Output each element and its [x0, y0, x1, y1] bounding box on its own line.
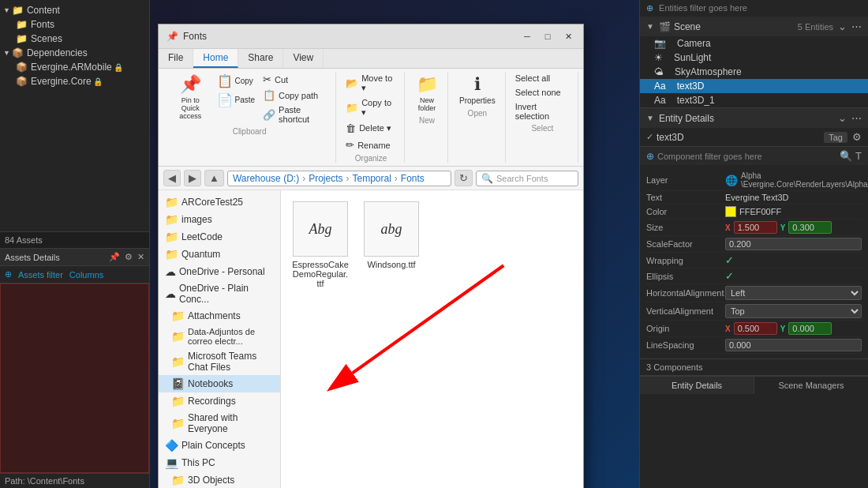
file-windsong[interactable]: abg Windsong.ttf	[360, 198, 423, 291]
paste-shortcut-button[interactable]: 🔗 Paste shortcut	[260, 103, 331, 126]
nav-onedrive-plain[interactable]: ☁ OneDrive - Plain Conc...	[159, 280, 280, 307]
scene-header[interactable]: ▼ 🎬 Scene 5 Entities ⌄ ⋯	[640, 17, 868, 36]
nav-plain-concepts[interactable]: 🔷 Plain Concepts	[159, 437, 280, 454]
breadcrumb-fonts[interactable]: Fonts	[401, 173, 425, 184]
size-x-input[interactable]	[734, 221, 777, 234]
scene-skyatmosphere[interactable]: 🌤 SkyAtmosphere	[640, 65, 868, 79]
component-more-icon[interactable]: T	[855, 150, 862, 162]
component-filter-icon[interactable]: 🔍	[840, 150, 852, 162]
tab-share[interactable]: Share	[238, 49, 283, 68]
back-button[interactable]: ◀	[163, 170, 181, 186]
properties-button[interactable]: ℹ Properties	[455, 72, 500, 107]
entity-details-header[interactable]: ▼ Entity Details ⌄ ⋯	[640, 108, 868, 128]
nav-3dobjects[interactable]: 📁 3D Objects	[159, 471, 280, 488]
refresh-button[interactable]: ↻	[455, 170, 473, 186]
valign-select[interactable]: Top	[725, 304, 862, 318]
tree-item-content[interactable]: ▼ 📁 Content	[0, 3, 149, 17]
scale-input[interactable]	[725, 238, 862, 250]
new-group: 📁 Newfolder New	[406, 72, 448, 163]
tree-item-armobile[interactable]: 📦 Evergine.ARMobile 🔒	[0, 60, 149, 74]
tab-home[interactable]: Home	[193, 49, 238, 68]
columns-btn[interactable]: Columns	[69, 270, 103, 280]
paste-button[interactable]: 📄 Paste	[214, 91, 258, 109]
move-to-button[interactable]: 📂 Move to ▾	[342, 72, 399, 95]
maximize-button[interactable]: □	[541, 29, 555, 43]
scene-camera[interactable]: 📷 Camera	[640, 36, 868, 51]
entity-settings-icon[interactable]: ⚙	[852, 131, 862, 143]
files-area: Abg EspressoCakeDemoRegular.ttf abg Wind…	[281, 190, 583, 488]
nav-notebooks[interactable]: 📓 Notebooks	[159, 375, 280, 392]
search-box[interactable]: 🔍 Search Fonts	[476, 171, 578, 186]
size-y-input[interactable]	[788, 221, 832, 234]
entities-filter-text: Entities filter goes here	[659, 3, 747, 13]
select-none-button[interactable]: Select none	[512, 86, 564, 99]
folder-icon: 📁	[165, 231, 178, 243]
linespacing-input[interactable]	[725, 339, 862, 351]
rename-button[interactable]: ✏ Rename	[342, 137, 394, 152]
tab-scene-managers[interactable]: Scene Managers	[754, 377, 868, 394]
nav-images[interactable]: 📁 images	[159, 211, 280, 228]
copy-to-button[interactable]: 📁 Copy to ▾	[342, 96, 399, 119]
nav-quantum[interactable]: 📁 Quantum	[159, 246, 280, 263]
tree-label: Evergine.ARMobile	[31, 62, 112, 73]
assets-details-header: Assets Details 📌 ⚙ ✕	[0, 249, 149, 266]
field-layer: Layer 🌐 Alpha \Evergine.Core\RenderLayer…	[646, 170, 862, 191]
nav-label: LeetCode	[181, 231, 223, 242]
tree-item-dependencies[interactable]: ▼ 📦 Dependencies	[0, 46, 149, 60]
paste-icon: 📄	[217, 92, 233, 107]
sep1: ›	[302, 173, 305, 184]
nav-arcore[interactable]: 📁 ARCoreTest25	[159, 193, 280, 211]
nav-recordings[interactable]: 📁 Recordings	[159, 392, 280, 410]
minimize-button[interactable]: ─	[520, 29, 534, 43]
nav-data[interactable]: 📁 Data-Adjuntos de correo electr...	[159, 325, 280, 348]
forward-button[interactable]: ▶	[184, 170, 201, 186]
new-folder-button[interactable]: 📁 Newfolder	[411, 72, 443, 114]
settings-icon[interactable]: ⚙	[125, 252, 133, 262]
tree-item-fonts[interactable]: 📁 Fonts	[0, 17, 149, 32]
tab-view[interactable]: View	[283, 49, 324, 68]
organize-label: Organize	[355, 154, 387, 163]
tree-item-core[interactable]: 📦 Evergine.Core 🔒	[0, 74, 149, 88]
tree-item-scenes[interactable]: 📁 Scenes	[0, 32, 149, 46]
delete-button[interactable]: 🗑 Delete ▾	[342, 121, 395, 136]
scene-text3d[interactable]: Aa text3D	[640, 79, 868, 93]
select-all-button[interactable]: Select all	[512, 72, 554, 84]
copy-path-button[interactable]: 📋 Copy path	[260, 88, 331, 103]
collapse-icon[interactable]: ⌄	[838, 21, 847, 32]
copy-button[interactable]: 📋 Copy	[214, 72, 258, 90]
scene-sunlight[interactable]: ☀ SunLight	[640, 51, 868, 65]
cut-button[interactable]: ✂ Cut	[260, 72, 331, 87]
origin-y-input[interactable]	[788, 322, 832, 335]
more-icon-2[interactable]: ⋯	[851, 112, 862, 124]
close-icon[interactable]: ✕	[137, 252, 144, 262]
more-icon[interactable]: ⋯	[851, 21, 862, 32]
pin-icon[interactable]: 📌	[109, 252, 120, 262]
breadcrumb-projects[interactable]: Projects	[309, 173, 342, 184]
origin-x-input[interactable]	[734, 322, 777, 335]
close-button[interactable]: ✕	[561, 29, 575, 43]
nav-this-pc[interactable]: 💻 This PC	[159, 454, 280, 471]
breadcrumb-warehouse[interactable]: Warehouse (D:)	[233, 173, 299, 184]
file-espresso[interactable]: Abg EspressoCakeDemoRegular.ttf	[289, 198, 352, 291]
linespacing-label: LineSpacing	[646, 340, 725, 350]
scene-text3d-1[interactable]: Aa text3D_1	[640, 93, 868, 107]
nav-teams[interactable]: 📁 Microsoft Teams Chat Files	[159, 348, 280, 375]
nav-leetcode[interactable]: 📁 LeetCode	[159, 228, 280, 246]
assets-filter-btn[interactable]: Assets filter	[18, 270, 63, 280]
copy-icon: 📋	[217, 73, 233, 88]
invert-selection-button[interactable]: Invert selection	[512, 100, 573, 122]
halign-select[interactable]: Left	[725, 286, 862, 300]
tab-file[interactable]: File	[159, 49, 193, 68]
nav-shared-everyone[interactable]: 📁 Shared with Everyone	[159, 410, 280, 437]
nav-attachments[interactable]: 📁 Attachments	[159, 307, 280, 325]
breadcrumb-temporal[interactable]: Temporal	[352, 173, 391, 184]
nav-onedrive-personal[interactable]: ☁ OneDrive - Personal	[159, 263, 280, 280]
nav-label: Data-Adjuntos de correo electr...	[188, 327, 274, 346]
up-button[interactable]: ▲	[204, 170, 224, 186]
computer-icon: 💻	[165, 456, 178, 469]
address-path[interactable]: Warehouse (D:) › Projects › Temporal › F…	[227, 171, 451, 186]
entity-checkbox[interactable]: ✓	[646, 132, 653, 142]
pin-to-quick-button[interactable]: 📌 Pin to Quickaccess	[168, 72, 212, 122]
collapse-icon-2[interactable]: ⌄	[838, 112, 847, 124]
tab-entity-details[interactable]: Entity Details	[640, 377, 754, 394]
